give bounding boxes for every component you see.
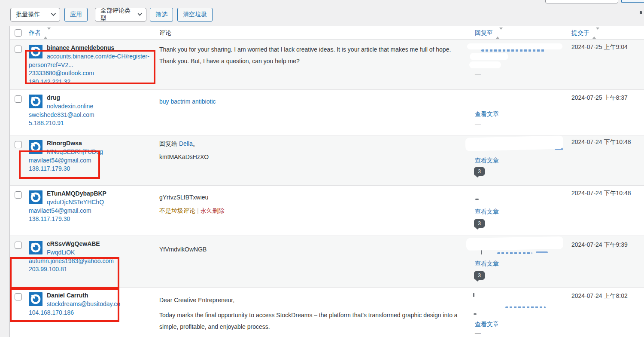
view-post-link[interactable]: 查看文章 — [475, 208, 499, 216]
reply-count-badge[interactable]: 3 — [474, 167, 485, 176]
author-url-link[interactable]: FwqdLiOK — [29, 248, 158, 257]
redacted-remnant — [481, 49, 546, 52]
row-checkbox[interactable] — [15, 46, 22, 53]
author-email-link[interactable]: sweishede831@aol.com — [29, 111, 158, 119]
sort-arrows-icon — [496, 30, 503, 37]
row-checkbox[interactable] — [15, 191, 22, 199]
author-name: RInorgDwsa — [29, 139, 158, 148]
redaction-blob — [469, 61, 501, 68]
column-header-comment: 评论 — [159, 29, 171, 37]
empty-spam-button[interactable]: 清空垃圾 — [177, 8, 213, 21]
author-email-link[interactable]: 23333680@outlook.com — [29, 69, 158, 78]
submitted-date: 2024-07-24 上午8:02 — [571, 292, 644, 300]
comment-type-label: 全部评论类型 — [100, 7, 133, 22]
column-header-author[interactable]: 作者 — [29, 29, 51, 37]
search-comments-button[interactable] — [621, 0, 644, 3]
author-name: drug — [29, 93, 158, 102]
row-checkbox[interactable] — [15, 141, 22, 148]
redacted-remnant — [497, 252, 532, 254]
author-name: binance Anmeldebonus — [29, 43, 158, 52]
author-ip-link[interactable]: 180.142.221.32 — [29, 78, 158, 86]
reply-count-dash: — — [475, 121, 481, 128]
author-cell: RInorgDwsa MNuqSEBRhjTUDeg mavilaet54@gm… — [29, 139, 158, 173]
comment-text: gYrtvzSLfBTxwieu 不是垃圾评论 | 永久删除 — [159, 192, 466, 215]
bulk-actions-label: 批量操作 — [16, 11, 40, 18]
comment-paragraph: Dear Creative Entrepreneur, — [159, 294, 466, 306]
redacted-remnant — [473, 293, 474, 297]
gravatar-logo-icon — [29, 190, 43, 204]
author-email-link[interactable]: mavilaet54@gmail.com — [29, 207, 158, 215]
reply-to-line: 回复给 Della。 — [159, 138, 466, 150]
in-response-to-cell: 查看文章 — — [475, 288, 574, 337]
redacted-remnant — [536, 251, 548, 253]
gravatar-logo-icon — [29, 241, 43, 254]
redacted-remnant — [505, 306, 546, 308]
author-url-link[interactable]: qvduDjcNSTeYHChQ — [29, 198, 158, 207]
redaction-blob — [470, 53, 508, 60]
not-spam-action[interactable]: 不是垃圾评论 — [159, 207, 195, 214]
redacted-remnant — [481, 250, 482, 254]
reply-to-author-link[interactable]: Della — [179, 140, 193, 147]
author-cell: Daniel Carruth stockdreams@busitoday.co … — [29, 291, 158, 317]
gravatar-logo-icon — [29, 140, 43, 154]
author-url-link[interactable]: MNuqSEBRhjTUDeg — [29, 148, 158, 156]
comment-row: binance Anmeldebonus accounts.binance.co… — [10, 40, 644, 90]
comment-row: drug nolvadexin.online sweishede831@aol.… — [10, 90, 644, 135]
author-email-link[interactable]: mavilaet54@gmail.com — [29, 156, 158, 165]
submitted-date: 2024-07-24 下午10:48 — [571, 190, 644, 197]
in-response-to-cell: 查看文章 3 — [475, 236, 574, 287]
reply-count-badge[interactable]: 3 — [474, 219, 485, 228]
sort-arrows-icon — [592, 30, 599, 37]
comment-row: Daniel Carruth stockdreams@busitoday.co … — [10, 288, 644, 337]
view-post-link[interactable]: 查看文章 — [475, 321, 499, 328]
gravatar-logo-icon — [29, 95, 43, 108]
filter-button[interactable]: 筛选 — [150, 8, 173, 21]
comment-text: buy bactrim antibiotic — [159, 96, 466, 107]
author-email-link[interactable]: stockdreams@busitoday.co — [29, 300, 158, 309]
chevron-down-icon — [137, 11, 142, 16]
select-all-checkbox[interactable] — [15, 29, 22, 37]
column-header-submitted-on[interactable]: 提交于 — [571, 29, 599, 37]
comment-text: Thank you for your sharing. I am worried… — [159, 44, 466, 67]
bulk-actions-select[interactable]: 批量操作 — [10, 8, 60, 21]
comment-paragraph: Today marks the final opportunity to acc… — [159, 309, 466, 333]
redaction-blob — [465, 135, 564, 151]
row-checkbox[interactable] — [15, 95, 22, 103]
apply-button[interactable]: 应用 — [64, 8, 88, 21]
author-ip-link[interactable]: 5.188.210.91 — [29, 119, 158, 128]
author-ip-link[interactable]: 138.117.179.30 — [29, 215, 158, 224]
reply-count-dash: — — [475, 330, 481, 337]
author-url-link[interactable]: nolvadexin.online — [29, 102, 158, 111]
view-post-link[interactable]: 查看文章 — [475, 157, 499, 165]
author-ip-link[interactable]: 203.99.100.81 — [29, 265, 158, 274]
author-email-link[interactable]: autumn.jones1983@yahoo.com — [29, 257, 158, 266]
column-header-in-response-to[interactable]: 回复至 — [475, 29, 503, 37]
search-comments-input[interactable] — [545, 0, 618, 3]
author-name: ETunAMQDybapBKP — [29, 189, 158, 198]
author-ip-link[interactable]: 104.168.170.186 — [29, 309, 158, 317]
in-response-to-cell: 查看文章 3 — [475, 135, 574, 185]
delete-permanently-action[interactable]: 永久删除 — [200, 207, 224, 214]
author-url-link[interactable]: accounts.binance.com/de-CH/register-pers… — [29, 52, 158, 69]
redacted-remnant — [475, 199, 479, 200]
comment-type-select[interactable]: 全部评论类型 — [95, 8, 146, 21]
comment-row: cRSsvWgQewABE FwqdLiOK autumn.jones1983@… — [10, 236, 644, 288]
row-checkbox[interactable] — [15, 293, 22, 300]
view-post-link[interactable]: 查看文章 — [475, 110, 499, 118]
submitted-date: 2024-07-24 下午9:39 — [571, 241, 644, 249]
submitted-date: 2024-07-25 上午8:37 — [571, 94, 644, 102]
row-actions: 不是垃圾评论 | 永久删除 — [159, 206, 466, 215]
row-checkbox[interactable] — [15, 242, 22, 249]
reply-count-dash: — — [475, 70, 481, 77]
in-response-to-cell: — — [475, 40, 574, 89]
comment-link[interactable]: buy bactrim antibiotic — [159, 98, 216, 105]
comments-toolbar: 批量操作 应用 全部评论类型 筛选 清空垃圾 — [10, 8, 213, 21]
author-ip-link[interactable]: 138.117.179.30 — [29, 165, 158, 173]
in-response-to-cell: 查看文章 3 — [475, 186, 574, 236]
submitted-date: 2024-07-24 下午10:48 — [571, 138, 644, 146]
reply-count-badge[interactable]: 3 — [474, 271, 485, 280]
in-response-to-cell: 查看文章 — — [475, 90, 574, 135]
view-post-link[interactable]: 查看文章 — [475, 260, 499, 268]
comment-row: ETunAMQDybapBKP qvduDjcNSTeYHChQ mavilae… — [10, 186, 644, 236]
author-name: cRSsvWgQewABE — [29, 239, 158, 248]
